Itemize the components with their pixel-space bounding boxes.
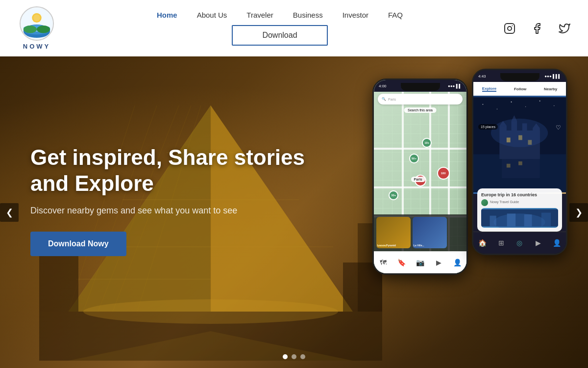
phone-2-tabs: Explore Follow Nearby xyxy=(473,82,566,96)
phone-2-grid-icon[interactable]: ⊞ xyxy=(496,237,507,248)
phone-2-time: 4:43 xyxy=(478,74,486,79)
nav-center: Home About Us Traveler Business Investor… xyxy=(157,11,403,46)
hero-section: Get inspired, Share stories and Explore … xyxy=(0,56,588,368)
svg-point-36 xyxy=(497,109,498,110)
phone-1-search[interactable]: 🔍 Paris xyxy=(378,94,463,105)
svg-point-9 xyxy=(508,26,512,30)
phone-2-screen: 4:43 ●●● ▌▌▌ Explore Follow Nearby xyxy=(473,70,566,254)
svg-point-40 xyxy=(554,105,555,106)
phone-1-map-icon[interactable]: 🗺 xyxy=(378,257,389,268)
carousel-right-arrow[interactable]: ❯ xyxy=(569,203,588,222)
svg-rect-54 xyxy=(507,164,511,168)
svg-rect-62 xyxy=(541,212,551,226)
svg-point-10 xyxy=(512,25,513,26)
header: NOWY Home About Us Traveler Business Inv… xyxy=(0,0,588,56)
phone-2-profile-icon[interactable]: 👤 xyxy=(551,237,562,248)
svg-point-39 xyxy=(539,101,540,102)
carousel-left-arrow[interactable]: ❮ xyxy=(0,203,19,222)
map-pin-1: 50+ xyxy=(409,154,419,163)
twitter-icon[interactable] xyxy=(556,20,573,37)
travel-guide-card: Europe trip in 16 countries Nowy Travel … xyxy=(477,188,562,232)
card-title: Europe trip in 16 countries xyxy=(481,192,558,197)
carousel-dot-3[interactable] xyxy=(300,354,305,359)
phone-1-notch xyxy=(401,83,440,91)
nav-links: Home About Us Traveler Business Investor… xyxy=(157,11,403,19)
instagram-icon[interactable] xyxy=(501,20,518,37)
phones-container: 4:00 ●●● ▌▌ 🔍 Paris xyxy=(372,64,578,358)
phone-2-bottom-bar: 🏠 ⊞ ◎ ▶ 👤 xyxy=(473,232,566,254)
nav-home[interactable]: Home xyxy=(157,11,177,19)
social-icons xyxy=(501,20,573,37)
svg-point-56 xyxy=(491,119,548,147)
phone-1-bottom-bar: 🗺 🔖 📷 ▶ 👤 xyxy=(374,251,466,273)
svg-point-7 xyxy=(37,26,50,33)
phone-1: 4:00 ●●● ▌▌ 🔍 Paris xyxy=(372,79,468,275)
tab-nearby[interactable]: Nearby xyxy=(544,87,557,91)
phone-1-time: 4:00 xyxy=(379,84,387,88)
carousel-dots xyxy=(283,354,305,359)
map-pin-2: 30+ xyxy=(389,190,398,200)
phone-1-bookmark-icon[interactable]: 🔖 xyxy=(396,257,407,268)
phone-2-city-image: 15 places ♡ xyxy=(473,96,566,194)
tab-explore[interactable]: Explore xyxy=(482,86,496,92)
phone-2-notch xyxy=(500,73,539,81)
phone-2-play-icon[interactable]: ▶ xyxy=(533,237,543,248)
nav-faq[interactable]: FAQ xyxy=(388,11,403,19)
card-thumbnail xyxy=(481,208,558,228)
svg-point-35 xyxy=(482,104,483,105)
tab-follow[interactable]: Follow xyxy=(514,87,526,91)
nav-traveler[interactable]: Traveler xyxy=(246,11,273,19)
svg-rect-60 xyxy=(507,213,516,226)
places-badge: 15 places xyxy=(478,124,498,130)
svg-rect-59 xyxy=(490,216,496,227)
card-sub: Nowy Travel Guide xyxy=(490,200,519,204)
map-content: 🔍 Paris Search this area 50+ 30+ 20D 10+… xyxy=(374,80,466,273)
phone-2: 4:43 ●●● ▌▌▌ Explore Follow Nearby xyxy=(472,69,567,255)
phone-1-profile-icon[interactable]: 👤 xyxy=(452,257,463,268)
nav-business[interactable]: Business xyxy=(293,11,323,19)
phone-1-play-icon[interactable]: ▶ xyxy=(433,257,444,268)
map-pin-5: 180 xyxy=(437,167,450,180)
svg-rect-8 xyxy=(505,24,514,33)
svg-point-37 xyxy=(511,102,512,103)
phone-2-circle-icon[interactable]: ◎ xyxy=(514,237,525,248)
logo-text: NOWY xyxy=(23,43,50,50)
phone-2-home-icon[interactable]: 🏠 xyxy=(477,237,488,248)
phone-1-search-text: Paris xyxy=(388,98,396,101)
download-nowy-button[interactable]: Download Nowy xyxy=(30,232,126,256)
facebook-icon[interactable] xyxy=(528,20,546,37)
carousel-dot-2[interactable] xyxy=(292,354,296,359)
logo-area: NOWY xyxy=(15,6,59,50)
phone-2-icons: ●●● ▌▌▌ xyxy=(544,74,561,79)
map-thumbnails: Louvre Pyramid ★★★★ La Ville... xyxy=(374,214,466,251)
nav-about[interactable]: About Us xyxy=(197,11,227,19)
svg-rect-61 xyxy=(524,214,532,227)
phone-1-camera-icon[interactable]: 📷 xyxy=(415,257,425,268)
heart-icon[interactable]: ♡ xyxy=(556,124,561,131)
svg-point-2 xyxy=(33,15,40,22)
hero-subtitle: Discover nearby gems and see what you wa… xyxy=(30,206,324,216)
logo-image xyxy=(20,6,54,41)
hero-title: Get inspired, Share stories and Explore xyxy=(30,145,324,197)
hero-content: Get inspired, Share stories and Explore … xyxy=(30,145,324,256)
search-area-text: Search this area xyxy=(404,107,437,113)
svg-rect-31 xyxy=(39,253,78,312)
phone-1-icons: ●●● ▌▌ xyxy=(448,84,462,88)
svg-rect-55 xyxy=(518,161,522,165)
download-button[interactable]: Download xyxy=(232,25,327,46)
svg-point-29 xyxy=(83,299,338,324)
svg-point-38 xyxy=(525,106,526,107)
svg-point-6 xyxy=(24,26,37,33)
carousel-dot-1[interactable] xyxy=(283,354,288,359)
nav-investor[interactable]: Investor xyxy=(343,11,368,19)
paris-label: Paris xyxy=(411,177,425,182)
phone-1-screen: 4:00 ●●● ▌▌ 🔍 Paris xyxy=(374,80,466,273)
